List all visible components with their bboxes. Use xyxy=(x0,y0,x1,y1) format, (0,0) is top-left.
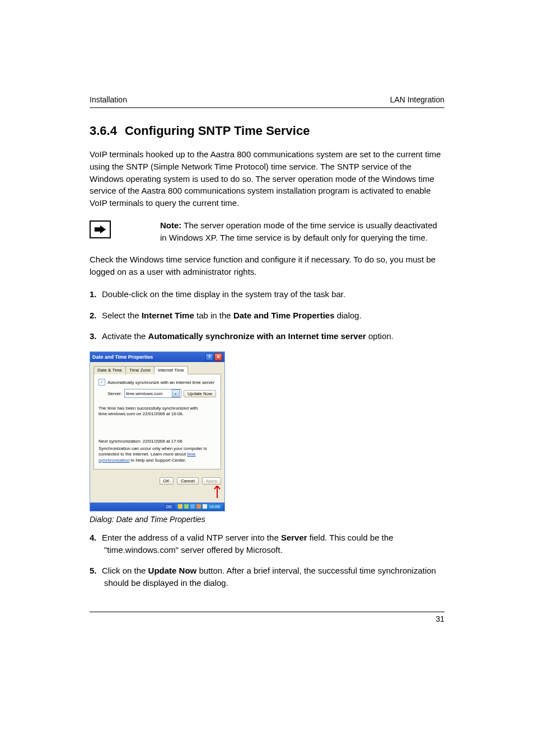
section-title-text: Configuring SNTP Time Service xyxy=(125,124,310,138)
update-now-button[interactable]: Update Now xyxy=(184,390,216,397)
tray-notification-area: 16:06 xyxy=(176,504,222,510)
note-arrow-icon xyxy=(90,220,111,238)
step-1-text: Double-click on the time display in the … xyxy=(102,289,345,299)
date-time-properties-dialog: Date and Time Properties ? X Date & Time… xyxy=(90,351,225,511)
next-sync-text: Next synchronization: 22/01/2008 at 17:0… xyxy=(99,439,216,444)
section-heading: 3.6.4Configuring SNTP Time Service xyxy=(90,124,444,138)
dialog-footer: OK Cancel Apply xyxy=(90,473,224,488)
dialog-title: Date and Time Properties xyxy=(92,354,153,360)
tray-icon-4[interactable] xyxy=(196,504,201,509)
figure-caption: Dialog: Date and Time Properties xyxy=(90,515,444,524)
tab-page-internet-time: ✓ Automatically synchronize with an Inte… xyxy=(93,374,221,469)
dialog-figure: Date and Time Properties ? X Date & Time… xyxy=(90,351,444,524)
tray-icon-5[interactable] xyxy=(203,504,207,509)
sync-status-text: The time has been successfully synchroni… xyxy=(99,406,216,417)
dialog-titlebar[interactable]: Date and Time Properties ? X xyxy=(90,352,224,362)
note-label: Note: xyxy=(160,220,181,230)
server-value: time.windows.com xyxy=(126,391,162,396)
apply-button[interactable]: Apply xyxy=(202,477,221,485)
step-2-post: dialog. xyxy=(335,311,362,320)
step-3-num: 3. xyxy=(90,330,102,342)
check-paragraph: Check the Windows time service function … xyxy=(90,253,444,278)
auto-sync-label: Automatically synchronize with an Intern… xyxy=(107,380,214,385)
tab-internet-time[interactable]: Internet Time xyxy=(154,366,188,374)
sync-note-post: in Help and Support Center. xyxy=(130,458,186,463)
titlebar-close-button[interactable]: X xyxy=(214,353,222,361)
tab-date-time[interactable]: Date & Time xyxy=(93,366,126,374)
page-number: 31 xyxy=(90,614,444,623)
sync-note-text: Synchronization can occur only when your… xyxy=(99,446,216,463)
step-2: 2.Select the Internet Time tab in the Da… xyxy=(90,309,444,322)
step-5-num: 5. xyxy=(90,565,102,577)
server-label: Server: xyxy=(99,391,122,396)
step-4-pre: Enter the address of a valid NTP server … xyxy=(102,533,281,542)
tray-icon-1[interactable] xyxy=(178,504,182,509)
header-left: Installation xyxy=(90,95,127,104)
apply-callout-arrow-icon xyxy=(90,488,224,503)
step-5-pre: Click on the xyxy=(102,566,148,575)
dialog-tabs: Date & Time Time Zone Internet Time xyxy=(93,365,221,374)
cancel-button[interactable]: Cancel xyxy=(177,477,199,485)
footer-rule xyxy=(90,612,444,612)
step-1: 1.Double-click on the time display in th… xyxy=(90,288,444,300)
tab-time-zone[interactable]: Time Zone xyxy=(125,366,154,374)
step-5: 5.Click on the Update Now button. After … xyxy=(90,565,444,589)
step-2-num: 2. xyxy=(90,309,102,322)
note-text: Note: The server operation mode of the t… xyxy=(160,219,444,244)
step-5-b1: Update Now xyxy=(148,566,197,575)
step-3: 3.Activate the Automatically synchronize… xyxy=(90,330,444,342)
step-4-b1: Server xyxy=(281,533,307,542)
system-tray: DE 16:06 xyxy=(90,503,224,511)
step-4: 4.Enter the address of a valid NTP serve… xyxy=(90,532,444,556)
auto-sync-checkbox[interactable]: ✓ xyxy=(99,379,105,386)
step-2-b1: Internet Time xyxy=(142,311,194,320)
server-combobox[interactable]: time.windows.com ▾ xyxy=(124,389,181,398)
header-rule xyxy=(90,107,444,108)
intro-paragraph: VoIP terminals hooked up to the Aastra 8… xyxy=(90,148,444,209)
tray-icon-3[interactable] xyxy=(190,504,195,509)
step-2-pre: Select the xyxy=(102,311,142,320)
note-body: The server operation mode of the time se… xyxy=(160,220,437,242)
tray-icon-2[interactable] xyxy=(184,504,189,509)
step-2-mid: tab in the xyxy=(194,311,233,320)
header-right: LAN Integration xyxy=(390,95,444,104)
step-1-num: 1. xyxy=(90,288,102,300)
combo-arrow-icon[interactable]: ▾ xyxy=(172,389,180,397)
note-block: Note: The server operation mode of the t… xyxy=(90,219,444,244)
step-3-pre: Activate the xyxy=(102,331,148,341)
step-3-post: option. xyxy=(366,331,394,341)
section-number: 3.6.4 xyxy=(90,124,117,138)
step-4-num: 4. xyxy=(90,532,102,544)
step-2-b2: Date and Time Properties xyxy=(233,311,335,320)
language-indicator[interactable]: DE xyxy=(165,504,174,509)
titlebar-help-button[interactable]: ? xyxy=(205,353,213,361)
step-3-b1: Automatically synchronize with an Intern… xyxy=(148,331,366,341)
tray-clock[interactable]: 16:06 xyxy=(209,504,220,509)
ok-button[interactable]: OK xyxy=(160,477,174,485)
